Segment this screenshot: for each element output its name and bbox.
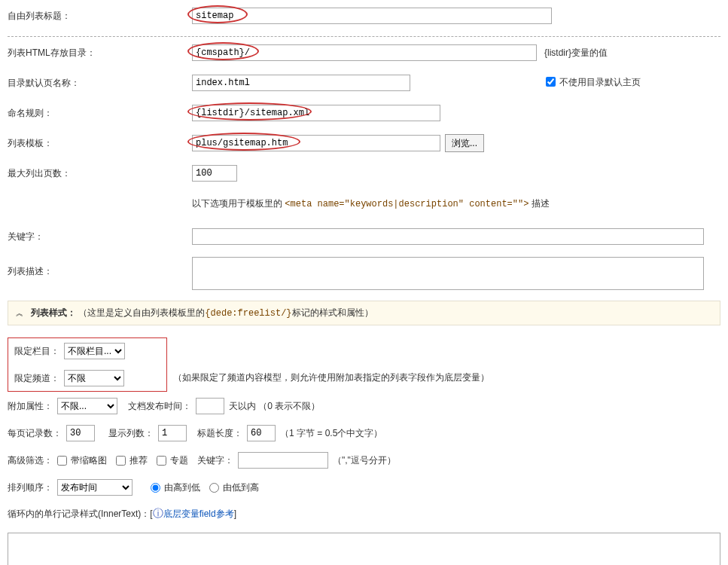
pubtime-label: 文档发布时间：: [128, 399, 191, 413]
adv-kw-label: 关键字：: [197, 454, 233, 467]
maxpages-input[interactable]: [192, 165, 237, 182]
innertext-textarea[interactable]: [8, 533, 720, 565]
channel-select[interactable]: 不限: [64, 370, 124, 386]
titlelen-hint: （1 字节 = 0.5个中文字）: [280, 426, 382, 440]
template-label: 列表模板：: [8, 136, 192, 150]
browse-button[interactable]: 浏览...: [445, 134, 484, 152]
keywords-label: 关键字：: [8, 230, 192, 243]
htmldir-input[interactable]: [192, 44, 537, 61]
adv-kw-input[interactable]: [238, 452, 328, 469]
pubtime-suffix: 天以内 （0 表示不限）: [229, 399, 320, 413]
channel-label: 限定频道：: [14, 371, 59, 385]
info-icon: ⓘ: [153, 508, 163, 520]
inner-label: 循环内的单行记录样式(InnerText)：[ⓘ底层变量field参考]: [8, 506, 236, 522]
cols-label: 显示列数：: [108, 426, 154, 440]
nodefault-checkbox[interactable]: [546, 77, 556, 87]
spec-checkbox[interactable]: [157, 456, 166, 466]
collapse-icon[interactable]: ︽: [16, 307, 23, 319]
pubtime-input[interactable]: [196, 398, 224, 414]
adv-kw-hint: （","逗号分开）: [333, 454, 396, 467]
titlelen-input[interactable]: [247, 425, 276, 441]
section-header: ︽ 列表样式： （这里是定义自由列表模板里的{dede:freelist/}标记…: [8, 301, 720, 325]
rec-checkbox[interactable]: [116, 456, 126, 466]
attr-select[interactable]: 不限...: [57, 398, 117, 414]
defaultpage-label: 目录默认页名称：: [8, 76, 192, 90]
description-textarea[interactable]: [192, 257, 704, 290]
template-input[interactable]: [192, 135, 440, 151]
keywords-input[interactable]: [192, 228, 704, 245]
maxpages-label: 最大列出页数：: [8, 166, 192, 180]
pagesize-input[interactable]: [66, 425, 95, 441]
field-ref-link[interactable]: 底层变量field参考: [163, 508, 234, 519]
cols-input[interactable]: [158, 425, 187, 441]
pagesize-label: 每页记录数：: [8, 426, 62, 440]
column-label: 限定栏目：: [14, 344, 59, 358]
title-input[interactable]: [192, 8, 552, 24]
nodefault-label: 不使用目录默认主页: [559, 75, 641, 89]
title-label: 自由列表标题：: [8, 9, 192, 23]
sort-label: 排列顺序：: [8, 481, 53, 494]
limit-box: 限定栏目： 不限栏目... 限定频道： 不限: [8, 337, 167, 392]
section-title: 列表样式：: [31, 307, 76, 318]
adv-label: 高级筛选：: [8, 454, 53, 467]
thumb-checkbox[interactable]: [57, 456, 67, 466]
sort-asc-radio[interactable]: [209, 483, 219, 493]
attr-label: 附加属性：: [8, 399, 53, 413]
sort-select[interactable]: 发布时间: [57, 479, 133, 496]
description-label: 列表描述：: [8, 257, 192, 278]
naming-input[interactable]: [192, 105, 440, 121]
htmldir-label: 列表HTML存放目录：: [8, 46, 192, 60]
defaultpage-input[interactable]: [192, 75, 410, 91]
titlelen-label: 标题长度：: [197, 426, 242, 440]
column-select[interactable]: 不限栏目...: [64, 343, 125, 359]
divider: [8, 36, 720, 37]
sort-desc-radio[interactable]: [151, 483, 160, 493]
meta-hint: 以下选项用于模板里的 <meta name="keywords|descript…: [192, 197, 550, 211]
naming-label: 命名规则：: [8, 106, 192, 120]
htmldir-hint: {listdir}变量的值: [544, 46, 608, 60]
